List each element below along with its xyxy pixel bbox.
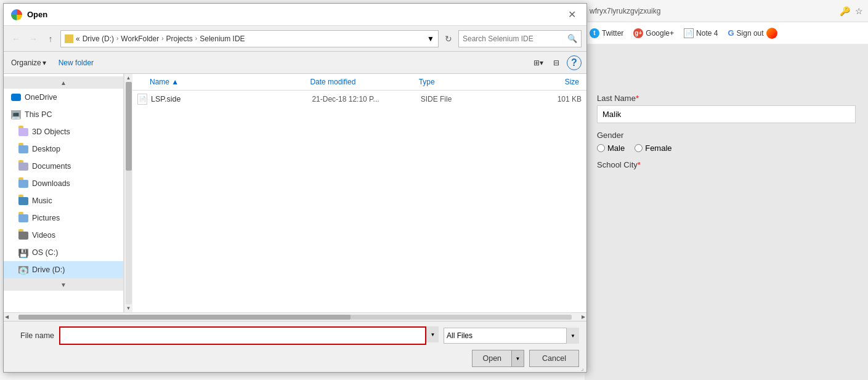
col-header-date[interactable]: Date modified bbox=[307, 76, 416, 87]
sidebar-item-3dobjects[interactable]: 3D Objects bbox=[4, 123, 123, 140]
file-icon: 📄 bbox=[137, 94, 147, 105]
forward-button[interactable]: → bbox=[26, 31, 41, 46]
horizontal-scrollbar[interactable]: ◀ ▶ bbox=[4, 312, 586, 321]
sidebar-label-videos: Videos bbox=[32, 231, 55, 240]
up-button[interactable]: ↑ bbox=[43, 31, 58, 46]
female-option[interactable]: Female bbox=[635, 144, 671, 153]
sidebar-scroll-down[interactable]: ▼ bbox=[4, 278, 123, 291]
filename-input[interactable] bbox=[60, 328, 425, 344]
sidebar-item-downloads[interactable]: Downloads bbox=[4, 175, 123, 192]
note4-label: Note 4 bbox=[696, 29, 718, 38]
male-option[interactable]: Male bbox=[597, 144, 625, 153]
scrollbar-track[interactable] bbox=[18, 315, 572, 320]
col-header-name[interactable]: Name ▲ bbox=[147, 76, 307, 87]
breadcrumb-part4: Selenium IDE bbox=[200, 34, 245, 43]
googleplus-label: Google+ bbox=[646, 29, 674, 38]
sidebar-item-drived[interactable]: 💿 Drive (D:) bbox=[4, 261, 123, 278]
gender-options: Male Female bbox=[597, 144, 856, 153]
dialog-body: ▲ OneDrive 💻 This PC 3D Objects Desktop … bbox=[4, 74, 586, 312]
address-text: wfryx7lyrukzgvjzxuikg bbox=[590, 7, 660, 15]
folder-pictures-icon bbox=[18, 214, 28, 222]
folder-docs-icon bbox=[18, 163, 28, 171]
breadcrumb-part1: Drive (D:) bbox=[83, 34, 114, 43]
sidebar-item-thispc[interactable]: 💻 This PC bbox=[4, 106, 123, 123]
sidebar-item-desktop[interactable]: Desktop bbox=[4, 140, 123, 158]
file-size: 101 KB bbox=[529, 95, 582, 103]
sidebar-item-music[interactable]: Music bbox=[4, 192, 123, 209]
refresh-button[interactable]: ↻ bbox=[441, 31, 456, 46]
breadcrumb-sep3: › bbox=[195, 35, 197, 42]
bookmark-googleplus[interactable]: g+ Google+ bbox=[633, 28, 674, 38]
sidebar-item-onedrive[interactable]: OneDrive bbox=[4, 89, 123, 106]
organize-dropdown-icon: ▾ bbox=[43, 59, 46, 67]
col-header-size[interactable]: Size bbox=[525, 76, 582, 87]
file-name: LSP.side bbox=[151, 95, 308, 103]
breadcrumb-bar[interactable]: « Drive (D:) › WorkFolder › Projects › S… bbox=[60, 30, 439, 47]
organize-button[interactable]: Organize ▾ bbox=[9, 57, 49, 68]
filetype-label: All Files bbox=[447, 331, 473, 340]
filename-input-wrapper[interactable] bbox=[59, 326, 426, 345]
breadcrumb-dropdown[interactable]: ▼ bbox=[427, 34, 434, 43]
filename-dropdown-button[interactable]: ▼ bbox=[426, 326, 439, 342]
female-radio[interactable] bbox=[635, 144, 643, 152]
pc-icon: 💻 bbox=[11, 110, 21, 119]
sidebar-label-onedrive: OneDrive bbox=[25, 93, 57, 102]
bookmarks-bar: t Twitter g+ Google+ 📄 Note 4 G Sign out bbox=[585, 22, 868, 44]
open-button[interactable]: Open ▼ bbox=[472, 350, 524, 367]
sidebar-label-downloads: Downloads bbox=[32, 179, 70, 188]
filetype-select[interactable]: All Files bbox=[444, 328, 567, 344]
key-icon: 🔑 bbox=[840, 6, 850, 16]
sidebar-item-osc[interactable]: 💾 OS (C:) bbox=[4, 244, 123, 261]
bookmark-note4[interactable]: 📄 Note 4 bbox=[684, 28, 718, 38]
folder-3d-icon bbox=[18, 128, 28, 136]
filename-row: File name ▼ All Files ▼ bbox=[11, 326, 579, 345]
back-button[interactable]: ← bbox=[9, 31, 23, 46]
new-folder-button[interactable]: New folder bbox=[54, 57, 99, 68]
cancel-button[interactable]: Cancel bbox=[529, 350, 579, 367]
preview-icon: ⊟ bbox=[553, 59, 559, 67]
filetype-dropdown-button[interactable]: ▼ bbox=[567, 328, 579, 344]
google-g-icon: G bbox=[728, 28, 734, 38]
sidebar-label-documents: Documents bbox=[32, 162, 71, 171]
view-dropdown-icon: ▾ bbox=[540, 59, 543, 67]
scrollbar-thumb[interactable] bbox=[18, 315, 351, 320]
gender-label: Gender bbox=[597, 131, 856, 140]
user-avatar bbox=[766, 28, 777, 39]
breadcrumb-sep1: › bbox=[116, 35, 118, 42]
onedrive-icon bbox=[11, 94, 21, 101]
bookmark-twitter[interactable]: t Twitter bbox=[590, 28, 623, 38]
last-name-field-group: Last Name* Gender Male Female School Cit… bbox=[597, 94, 856, 169]
folder-music-icon bbox=[18, 197, 28, 205]
file-list-header: Name ▲ Date modified Type Size bbox=[132, 74, 586, 91]
signout-label: Sign out bbox=[737, 29, 764, 38]
vertical-scrollbar[interactable]: ▲ ▼ bbox=[124, 74, 132, 312]
sidebar-label-osc: OS (C:) bbox=[32, 248, 58, 257]
dialog-toolbar: ← → ↑ « Drive (D:) › WorkFolder › Projec… bbox=[4, 26, 586, 52]
dialog-action-bar: Organize ▾ New folder ⊞ ▾ ⊟ ? bbox=[4, 52, 586, 74]
table-row[interactable]: 📄 LSP.side 21-Dec-18 12:10 P... SIDE Fil… bbox=[132, 91, 586, 108]
col-header-type[interactable]: Type bbox=[416, 76, 525, 87]
preview-pane-button[interactable]: ⊟ bbox=[551, 57, 562, 68]
sidebar-label-thispc: This PC bbox=[25, 110, 52, 119]
drive-d-icon: 💿 bbox=[18, 266, 28, 273]
dialog-title: Open bbox=[11, 9, 47, 20]
help-button[interactable]: ? bbox=[567, 55, 582, 70]
sidebar-label-desktop: Desktop bbox=[32, 145, 60, 153]
sidebar-scroll-up[interactable]: ▲ bbox=[4, 76, 123, 89]
resize-handle[interactable]: ⌟ bbox=[578, 363, 586, 372]
last-name-input[interactable] bbox=[597, 105, 856, 123]
open-dropdown-icon[interactable]: ▼ bbox=[511, 350, 524, 366]
open-button-label: Open bbox=[473, 354, 511, 363]
bookmark-signout[interactable]: G Sign out bbox=[728, 28, 777, 39]
sidebar-item-pictures[interactable]: Pictures bbox=[4, 209, 123, 227]
male-radio[interactable] bbox=[597, 144, 605, 152]
sidebar-item-videos[interactable]: Videos bbox=[4, 227, 123, 244]
sidebar-item-documents[interactable]: Documents bbox=[4, 158, 123, 175]
search-box[interactable]: 🔍 bbox=[458, 30, 582, 47]
view-button[interactable]: ⊞ ▾ bbox=[531, 57, 546, 68]
folder-downloads-icon bbox=[18, 180, 28, 188]
sidebar-label-music: Music bbox=[32, 196, 52, 205]
close-button[interactable]: ✕ bbox=[564, 7, 579, 22]
sort-arrow: ▲ bbox=[171, 78, 179, 86]
search-input[interactable] bbox=[463, 34, 567, 43]
